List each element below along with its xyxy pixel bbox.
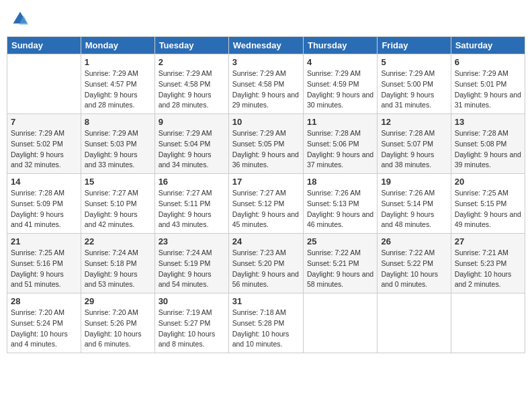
sunrise: Sunrise: 7:20 AM: [85, 308, 138, 316]
page-header: [7, 7, 525, 31]
day-info: Sunrise: 7:22 AM Sunset: 5:22 PM Dayligh…: [381, 248, 447, 290]
calendar-cell: 13 Sunrise: 7:28 AM Sunset: 5:08 PM Dayl…: [451, 114, 525, 174]
day-info: Sunrise: 7:26 AM Sunset: 5:14 PM Dayligh…: [381, 188, 447, 230]
daylight: Daylight: 10 hours and 4 minutes.: [11, 330, 68, 349]
sunset: Sunset: 5:04 PM: [159, 140, 211, 148]
day-info: Sunrise: 7:27 AM Sunset: 5:12 PM Dayligh…: [232, 188, 300, 230]
day-info: Sunrise: 7:29 AM Sunset: 5:04 PM Dayligh…: [159, 128, 225, 171]
sunrise: Sunrise: 7:29 AM: [455, 69, 508, 77]
column-header-tuesday: Tuesday: [154, 37, 228, 54]
day-number: 6: [455, 57, 521, 67]
calendar-cell: 11 Sunrise: 7:28 AM Sunset: 5:06 PM Dayl…: [303, 114, 377, 174]
day-number: 14: [11, 177, 77, 187]
calendar-cell: 20 Sunrise: 7:25 AM Sunset: 5:15 PM Dayl…: [451, 174, 525, 234]
day-number: 31: [232, 296, 300, 306]
sunrise: Sunrise: 7:24 AM: [85, 248, 138, 257]
day-number: 28: [11, 296, 77, 306]
sunrise: Sunrise: 7:22 AM: [307, 248, 361, 257]
sunrise: Sunrise: 7:25 AM: [455, 189, 508, 197]
calendar-cell: 27 Sunrise: 7:21 AM Sunset: 5:23 PM Dayl…: [451, 234, 525, 293]
calendar-cell: 21 Sunrise: 7:25 AM Sunset: 5:16 PM Dayl…: [7, 234, 81, 293]
sunrise: Sunrise: 7:26 AM: [381, 189, 435, 197]
sunset: Sunset: 5:06 PM: [307, 140, 359, 148]
sunset: Sunset: 5:18 PM: [85, 259, 137, 267]
daylight: Daylight: 9 hours and 38 minutes.: [381, 150, 434, 169]
daylight: Daylight: 9 hours and 36 minutes.: [232, 150, 299, 169]
sunset: Sunset: 5:27 PM: [159, 319, 211, 327]
daylight: Daylight: 9 hours and 37 minutes.: [307, 150, 373, 169]
daylight: Daylight: 9 hours and 42 minutes.: [85, 210, 138, 229]
day-number: 17: [232, 177, 300, 187]
sunset: Sunset: 5:12 PM: [232, 199, 285, 208]
column-header-saturday: Saturday: [451, 37, 525, 54]
day-info: Sunrise: 7:22 AM Sunset: 5:21 PM Dayligh…: [307, 248, 373, 290]
sunset: Sunset: 5:22 PM: [381, 259, 433, 267]
sunrise: Sunrise: 7:27 AM: [159, 189, 212, 197]
daylight: Daylight: 9 hours and 58 minutes.: [307, 270, 373, 289]
day-number: 23: [159, 236, 225, 246]
sunrise: Sunrise: 7:29 AM: [381, 69, 435, 77]
calendar-cell: 4 Sunrise: 7:29 AM Sunset: 4:59 PM Dayli…: [303, 54, 377, 114]
sunrise: Sunrise: 7:19 AM: [159, 308, 212, 316]
column-header-monday: Monday: [81, 37, 154, 54]
calendar-cell: 7 Sunrise: 7:29 AM Sunset: 5:02 PM Dayli…: [7, 114, 81, 174]
column-header-sunday: Sunday: [7, 37, 81, 54]
daylight: Daylight: 9 hours and 48 minutes.: [381, 210, 434, 229]
sunrise: Sunrise: 7:28 AM: [307, 129, 361, 137]
sunset: Sunset: 4:58 PM: [232, 80, 285, 88]
calendar-cell: 5 Sunrise: 7:29 AM Sunset: 5:00 PM Dayli…: [378, 54, 451, 114]
day-number: 20: [455, 177, 521, 187]
sunset: Sunset: 5:14 PM: [381, 199, 433, 208]
calendar-cell: 30 Sunrise: 7:19 AM Sunset: 5:27 PM Dayl…: [154, 293, 228, 353]
day-info: Sunrise: 7:27 AM Sunset: 5:11 PM Dayligh…: [159, 188, 225, 230]
day-info: Sunrise: 7:24 AM Sunset: 5:18 PM Dayligh…: [85, 248, 151, 290]
day-number: 2: [159, 57, 225, 67]
sunrise: Sunrise: 7:29 AM: [307, 69, 361, 77]
calendar-cell: [451, 293, 525, 353]
calendar-table: SundayMondayTuesdayWednesdayThursdayFrid…: [7, 36, 525, 353]
day-number: 3: [232, 57, 300, 67]
day-info: Sunrise: 7:29 AM Sunset: 4:59 PM Dayligh…: [307, 68, 373, 111]
day-info: Sunrise: 7:29 AM Sunset: 4:58 PM Dayligh…: [159, 68, 225, 111]
day-number: 15: [85, 177, 151, 187]
day-number: 5: [381, 57, 447, 67]
day-info: Sunrise: 7:29 AM Sunset: 4:57 PM Dayligh…: [85, 68, 151, 111]
column-header-friday: Friday: [378, 37, 451, 54]
day-info: Sunrise: 7:20 AM Sunset: 5:26 PM Dayligh…: [85, 308, 151, 350]
sunrise: Sunrise: 7:21 AM: [455, 248, 508, 257]
daylight: Daylight: 10 hours and 6 minutes.: [85, 330, 142, 349]
day-info: Sunrise: 7:24 AM Sunset: 5:19 PM Dayligh…: [159, 248, 225, 290]
day-info: Sunrise: 7:28 AM Sunset: 5:06 PM Dayligh…: [307, 128, 373, 171]
sunset: Sunset: 5:26 PM: [85, 319, 137, 327]
calendar-week-row: 1 Sunrise: 7:29 AM Sunset: 4:57 PM Dayli…: [7, 54, 525, 114]
day-info: Sunrise: 7:25 AM Sunset: 5:16 PM Dayligh…: [11, 248, 77, 290]
day-number: 24: [232, 236, 300, 246]
day-number: 21: [11, 236, 77, 246]
calendar-week-row: 21 Sunrise: 7:25 AM Sunset: 5:16 PM Dayl…: [7, 234, 525, 293]
daylight: Daylight: 9 hours and 46 minutes.: [307, 210, 373, 229]
daylight: Daylight: 9 hours and 33 minutes.: [85, 150, 138, 169]
sunrise: Sunrise: 7:24 AM: [159, 248, 212, 257]
day-number: 16: [159, 177, 225, 187]
sunrise: Sunrise: 7:29 AM: [232, 69, 286, 77]
sunset: Sunset: 5:20 PM: [232, 259, 285, 267]
daylight: Daylight: 9 hours and 54 minutes.: [159, 270, 212, 289]
calendar-cell: 19 Sunrise: 7:26 AM Sunset: 5:14 PM Dayl…: [378, 174, 451, 234]
day-info: Sunrise: 7:29 AM Sunset: 5:05 PM Dayligh…: [232, 128, 300, 171]
daylight: Daylight: 9 hours and 51 minutes.: [11, 270, 64, 289]
calendar-cell: 6 Sunrise: 7:29 AM Sunset: 5:01 PM Dayli…: [451, 54, 525, 114]
sunset: Sunset: 5:11 PM: [159, 199, 211, 208]
day-number: 26: [381, 236, 447, 246]
sunset: Sunset: 5:21 PM: [307, 259, 359, 267]
calendar-cell: 29 Sunrise: 7:20 AM Sunset: 5:26 PM Dayl…: [81, 293, 154, 353]
daylight: Daylight: 9 hours and 49 minutes.: [455, 210, 521, 229]
day-number: 27: [455, 236, 521, 246]
calendar-cell: 15 Sunrise: 7:27 AM Sunset: 5:10 PM Dayl…: [81, 174, 154, 234]
sunrise: Sunrise: 7:29 AM: [232, 129, 286, 137]
day-info: Sunrise: 7:20 AM Sunset: 5:24 PM Dayligh…: [11, 308, 77, 350]
sunset: Sunset: 5:28 PM: [232, 319, 285, 327]
day-number: 30: [159, 296, 225, 306]
day-number: 4: [307, 57, 373, 67]
daylight: Daylight: 9 hours and 28 minutes.: [159, 91, 212, 109]
day-info: Sunrise: 7:18 AM Sunset: 5:28 PM Dayligh…: [232, 308, 300, 350]
